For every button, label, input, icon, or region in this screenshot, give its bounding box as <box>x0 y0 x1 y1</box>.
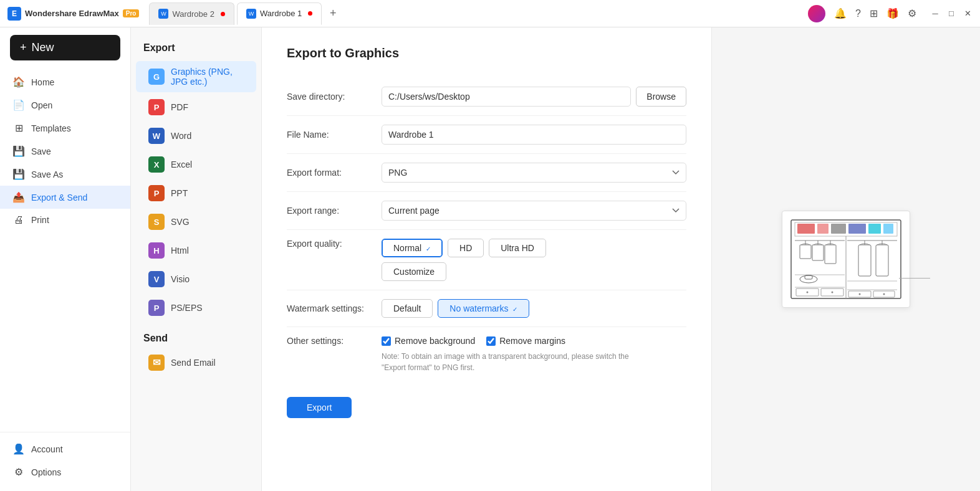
save-directory-input[interactable] <box>382 87 631 107</box>
save-directory-control: Browse <box>382 87 686 107</box>
export-format-select[interactable]: PNG JPG BMP SVG TIFF <box>382 163 686 183</box>
svg-point-34 <box>883 293 885 295</box>
file-name-input[interactable] <box>382 125 686 145</box>
tab-wardrobe1-dot <box>308 11 312 16</box>
remove-margins-checkbox[interactable] <box>486 336 496 346</box>
other-settings-row: Other settings: Remove background Remove… <box>287 327 686 382</box>
export-item-ppt[interactable]: P PPT <box>136 179 256 207</box>
sidebar-print-label: Print <box>31 215 49 225</box>
sidebar-item-account[interactable]: 👤 Account <box>0 437 130 460</box>
html-icon: H <box>148 242 165 259</box>
app-name: Wondershare EdrawMax <box>25 9 119 18</box>
export-range-select[interactable]: Current page All pages Selection <box>382 201 686 221</box>
bell-icon[interactable]: 🔔 <box>834 7 847 19</box>
sidebar-item-export[interactable]: 📤 Export & Send <box>0 186 130 209</box>
svg-point-23 <box>832 292 833 293</box>
pseps-icon: P <box>148 300 165 316</box>
titlebar-right: 🔔 ? ⊞ 🎁 ⚙ ─ □ ✕ <box>808 5 973 22</box>
graphics-icon: G <box>148 69 165 85</box>
tab-wardrobe2[interactable]: W Wardrobe 2 <box>149 2 234 25</box>
add-tab-button[interactable]: + <box>324 5 342 22</box>
watermark-row: Watermark settings: Default No watermark… <box>287 290 686 327</box>
browse-button[interactable]: Browse <box>636 87 686 107</box>
saveas-icon: 💾 <box>12 168 25 180</box>
export-item-svg[interactable]: S SVG <box>136 208 256 236</box>
normal-checkmark: ✓ <box>426 245 431 252</box>
export-item-html[interactable]: H Html <box>136 237 256 264</box>
tab-wardrobe1[interactable]: W Wardrobe 1 <box>237 2 322 25</box>
help-icon[interactable]: ? <box>855 8 861 19</box>
watermark-checkmark: ✓ <box>512 306 517 313</box>
export-icon: 📤 <box>12 191 25 203</box>
export-submenu: Export G Graphics (PNG, JPG etc.) P PDF … <box>131 27 262 491</box>
avatar[interactable] <box>808 5 825 22</box>
sidebar-item-open[interactable]: 📄 Open <box>0 93 130 117</box>
tab-wardrobe2-dot <box>221 12 225 16</box>
watermark-default-button[interactable]: Default <box>382 299 433 318</box>
quality-ultrahd-button[interactable]: Ultra HD <box>489 239 546 257</box>
sidebar-templates-label: Templates <box>31 123 71 133</box>
sidebar-saveas-label: Save As <box>31 169 63 179</box>
titlebar: E Wondershare EdrawMax Pro W Wardrobe 2 … <box>0 0 980 27</box>
export-item-excel[interactable]: X Excel <box>136 151 256 178</box>
tab-list: W Wardrobe 2 W Wardrobe 1 + <box>149 2 342 25</box>
customize-button[interactable]: Customize <box>382 262 446 281</box>
send-email-label: Send Email <box>171 358 216 368</box>
export-item-pdf[interactable]: P PDF <box>136 93 256 121</box>
minimize-button[interactable]: ─ <box>930 9 940 19</box>
pdf-icon: P <box>148 99 165 115</box>
remove-background-label[interactable]: Remove background <box>382 336 475 346</box>
export-item-visio[interactable]: V Visio <box>136 265 256 293</box>
export-format-control: PNG JPG BMP SVG TIFF <box>382 163 686 183</box>
gift-icon[interactable]: 🎁 <box>886 7 899 19</box>
svg-icon: S <box>148 214 165 230</box>
send-email-item[interactable]: ✉ Send Email <box>136 349 256 376</box>
export-item-word[interactable]: W Word <box>136 122 256 150</box>
community-icon[interactable]: ⊞ <box>870 7 878 19</box>
export-form-panel: Export to Graphics Save directory: Brows… <box>262 27 712 491</box>
quality-normal-button[interactable]: Normal ✓ <box>382 239 443 257</box>
file-name-control <box>382 125 686 145</box>
open-icon: 📄 <box>12 99 25 111</box>
sidebar-item-save[interactable]: 💾 Save <box>0 140 130 163</box>
export-quality-row: Export quality: Normal ✓ HD Ultra HD Cus… <box>287 230 686 290</box>
other-settings-control: Remove background Remove margins Note: T… <box>382 336 643 373</box>
quality-hd-button[interactable]: HD <box>448 239 484 257</box>
svg-rect-6 <box>868 224 881 234</box>
export-item-graphics[interactable]: G Graphics (PNG, JPG etc.) <box>136 61 256 92</box>
export-range-row: Export range: Current page All pages Sel… <box>287 192 686 230</box>
sidebar-item-print[interactable]: 🖨 Print <box>0 209 130 231</box>
new-icon: + <box>20 41 27 54</box>
close-button[interactable]: ✕ <box>963 9 973 19</box>
export-range-label: Export range: <box>287 206 374 216</box>
word-label: Word <box>171 131 191 141</box>
sidebar-item-home[interactable]: 🏠 Home <box>0 70 130 93</box>
email-icon: ✉ <box>148 355 165 371</box>
sidebar-bottom: 👤 Account ⚙ Options <box>0 432 130 484</box>
sidebar-export-label: Export & Send <box>31 193 87 203</box>
preview-panel <box>712 27 980 491</box>
sidebar-item-options[interactable]: ⚙ Options <box>0 460 130 484</box>
sidebar-save-label: Save <box>31 146 51 156</box>
main-content: Export to Graphics Save directory: Brows… <box>262 27 980 491</box>
account-icon: 👤 <box>12 443 25 455</box>
maximize-button[interactable]: □ <box>946 9 956 19</box>
panel-title: Export to Graphics <box>287 46 686 60</box>
ppt-icon: P <box>148 185 165 201</box>
settings-icon[interactable]: ⚙ <box>908 7 916 19</box>
remove-margins-label[interactable]: Remove margins <box>486 336 565 346</box>
sidebar-item-templates[interactable]: ⊞ Templates <box>0 117 130 140</box>
checkbox-row: Remove background Remove margins <box>382 336 643 346</box>
new-button[interactable]: + New <box>10 35 120 60</box>
save-directory-label: Save directory: <box>287 92 374 102</box>
export-button[interactable]: Export <box>287 397 352 418</box>
watermark-control: Default No watermarks ✓ <box>382 299 686 318</box>
options-icon: ⚙ <box>12 466 25 478</box>
note-text: Note: To obtain an image with a transpar… <box>382 351 643 373</box>
sidebar-item-saveas[interactable]: 💾 Save As <box>0 163 130 186</box>
templates-icon: ⊞ <box>12 122 25 134</box>
remove-background-checkbox[interactable] <box>382 336 391 346</box>
watermark-buttons: Default No watermarks ✓ <box>382 299 686 318</box>
export-item-pseps[interactable]: P PS/EPS <box>136 294 256 322</box>
watermark-none-button[interactable]: No watermarks ✓ <box>438 299 529 318</box>
